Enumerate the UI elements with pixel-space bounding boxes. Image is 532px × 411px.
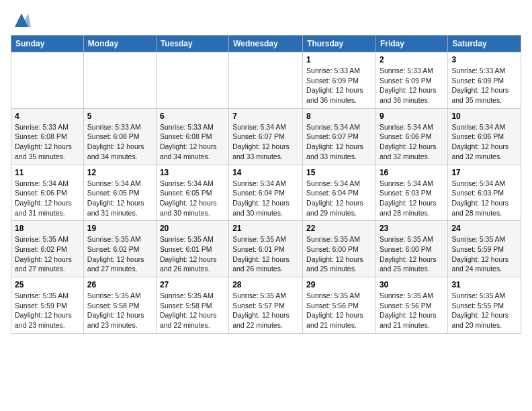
day-info: Sunrise: 5:34 AM Sunset: 6:05 PM Dayligh… [87,179,152,218]
calendar-cell: 18Sunrise: 5:35 AM Sunset: 6:02 PM Dayli… [11,221,84,277]
day-number: 28 [232,280,299,289]
day-number: 9 [380,111,444,121]
day-number: 19 [87,224,152,233]
calendar-cell: 16Sunrise: 5:34 AM Sunset: 6:03 PM Dayli… [375,165,447,221]
day-number: 31 [451,280,517,289]
day-number: 10 [451,111,517,121]
calendar-week-row: 11Sunrise: 5:34 AM Sunset: 6:06 PM Dayli… [11,165,521,221]
day-info: Sunrise: 5:35 AM Sunset: 6:00 PM Dayligh… [306,234,372,274]
logo-icon [12,11,31,30]
day-info: Sunrise: 5:34 AM Sunset: 6:07 PM Dayligh… [232,122,299,162]
day-info: Sunrise: 5:33 AM Sunset: 6:09 PM Dayligh… [306,66,372,105]
day-number: 17 [451,168,517,177]
day-number: 27 [160,280,225,289]
logo [11,11,31,30]
day-number: 15 [306,168,372,177]
day-info: Sunrise: 5:35 AM Sunset: 5:55 PM Dayligh… [451,291,517,330]
day-info: Sunrise: 5:34 AM Sunset: 6:07 PM Dayligh… [306,122,372,162]
calendar-cell: 3Sunrise: 5:33 AM Sunset: 6:09 PM Daylig… [448,52,521,109]
weekday-header: Tuesday [156,36,228,52]
day-number: 23 [380,224,444,233]
day-number: 20 [160,224,225,233]
calendar-cell: 20Sunrise: 5:35 AM Sunset: 6:01 PM Dayli… [156,221,228,277]
day-number: 14 [232,168,299,177]
day-info: Sunrise: 5:34 AM Sunset: 6:04 PM Dayligh… [232,179,299,218]
calendar-cell: 12Sunrise: 5:34 AM Sunset: 6:05 PM Dayli… [83,165,156,221]
day-number: 13 [160,168,225,177]
calendar-cell: 21Sunrise: 5:35 AM Sunset: 6:01 PM Dayli… [229,221,303,277]
calendar-cell: 15Sunrise: 5:34 AM Sunset: 6:04 PM Dayli… [303,165,376,221]
calendar-week-row: 1Sunrise: 5:33 AM Sunset: 6:09 PM Daylig… [11,52,521,109]
day-info: Sunrise: 5:35 AM Sunset: 5:56 PM Dayligh… [306,291,372,330]
calendar-cell: 9Sunrise: 5:34 AM Sunset: 6:06 PM Daylig… [375,108,447,165]
calendar-week-row: 4Sunrise: 5:33 AM Sunset: 6:08 PM Daylig… [11,108,521,165]
day-info: Sunrise: 5:35 AM Sunset: 5:59 PM Dayligh… [15,291,80,330]
calendar-cell: 2Sunrise: 5:33 AM Sunset: 6:09 PM Daylig… [375,52,447,109]
day-number: 21 [232,224,299,233]
day-number: 26 [87,280,152,289]
day-info: Sunrise: 5:34 AM Sunset: 6:05 PM Dayligh… [160,179,225,218]
calendar-cell: 7Sunrise: 5:34 AM Sunset: 6:07 PM Daylig… [229,108,303,165]
calendar-cell: 8Sunrise: 5:34 AM Sunset: 6:07 PM Daylig… [303,108,376,165]
calendar-cell [83,52,156,109]
day-number: 1 [306,55,372,64]
day-number: 7 [232,111,299,121]
page-header [11,11,521,30]
weekday-header: Friday [375,36,447,52]
day-info: Sunrise: 5:35 AM Sunset: 5:58 PM Dayligh… [87,291,152,330]
calendar-cell: 29Sunrise: 5:35 AM Sunset: 5:56 PM Dayli… [303,277,376,334]
day-info: Sunrise: 5:34 AM Sunset: 6:03 PM Dayligh… [380,179,444,218]
day-number: 12 [87,168,152,177]
day-info: Sunrise: 5:34 AM Sunset: 6:04 PM Dayligh… [306,179,372,218]
calendar-cell: 27Sunrise: 5:35 AM Sunset: 5:58 PM Dayli… [156,277,228,334]
calendar-cell: 6Sunrise: 5:33 AM Sunset: 6:08 PM Daylig… [156,108,228,165]
weekday-header: Sunday [11,36,84,52]
day-info: Sunrise: 5:34 AM Sunset: 6:06 PM Dayligh… [451,122,517,162]
day-number: 8 [306,111,372,121]
calendar-week-row: 25Sunrise: 5:35 AM Sunset: 5:59 PM Dayli… [11,277,521,334]
day-number: 11 [15,168,80,177]
day-number: 22 [306,224,372,233]
day-number: 6 [160,111,225,121]
day-info: Sunrise: 5:35 AM Sunset: 6:01 PM Dayligh… [160,234,225,274]
day-info: Sunrise: 5:33 AM Sunset: 6:08 PM Dayligh… [15,122,80,162]
calendar-cell: 25Sunrise: 5:35 AM Sunset: 5:59 PM Dayli… [11,277,84,334]
day-number: 25 [15,280,80,289]
calendar-cell: 10Sunrise: 5:34 AM Sunset: 6:06 PM Dayli… [448,108,521,165]
day-info: Sunrise: 5:35 AM Sunset: 5:57 PM Dayligh… [232,291,299,330]
day-number: 18 [15,224,80,233]
day-info: Sunrise: 5:35 AM Sunset: 5:56 PM Dayligh… [380,291,444,330]
calendar-cell [156,52,228,109]
day-number: 29 [306,280,372,289]
calendar-cell [11,52,84,109]
day-info: Sunrise: 5:33 AM Sunset: 6:09 PM Dayligh… [451,66,517,105]
day-info: Sunrise: 5:35 AM Sunset: 6:02 PM Dayligh… [15,234,80,274]
weekday-header: Monday [83,36,156,52]
day-number: 30 [380,280,444,289]
calendar-cell: 28Sunrise: 5:35 AM Sunset: 5:57 PM Dayli… [229,277,303,334]
calendar-table: SundayMondayTuesdayWednesdayThursdayFrid… [11,35,521,334]
calendar-cell: 1Sunrise: 5:33 AM Sunset: 6:09 PM Daylig… [303,52,376,109]
calendar-header-row: SundayMondayTuesdayWednesdayThursdayFrid… [11,36,521,52]
day-number: 16 [380,168,444,177]
calendar-cell: 23Sunrise: 5:35 AM Sunset: 6:00 PM Dayli… [375,221,447,277]
calendar-cell: 19Sunrise: 5:35 AM Sunset: 6:02 PM Dayli… [83,221,156,277]
calendar-cell: 17Sunrise: 5:34 AM Sunset: 6:03 PM Dayli… [448,165,521,221]
calendar-cell: 22Sunrise: 5:35 AM Sunset: 6:00 PM Dayli… [303,221,376,277]
day-info: Sunrise: 5:35 AM Sunset: 6:00 PM Dayligh… [380,234,444,274]
calendar-cell: 13Sunrise: 5:34 AM Sunset: 6:05 PM Dayli… [156,165,228,221]
day-info: Sunrise: 5:35 AM Sunset: 6:01 PM Dayligh… [232,234,299,274]
day-number: 3 [451,55,517,64]
weekday-header: Saturday [448,36,521,52]
day-info: Sunrise: 5:35 AM Sunset: 5:59 PM Dayligh… [451,234,517,274]
calendar-week-row: 18Sunrise: 5:35 AM Sunset: 6:02 PM Dayli… [11,221,521,277]
calendar-cell [229,52,303,109]
day-info: Sunrise: 5:34 AM Sunset: 6:03 PM Dayligh… [451,179,517,218]
calendar-cell: 31Sunrise: 5:35 AM Sunset: 5:55 PM Dayli… [448,277,521,334]
day-number: 5 [87,111,152,121]
calendar-cell: 24Sunrise: 5:35 AM Sunset: 5:59 PM Dayli… [448,221,521,277]
calendar-cell: 30Sunrise: 5:35 AM Sunset: 5:56 PM Dayli… [375,277,447,334]
calendar-cell: 11Sunrise: 5:34 AM Sunset: 6:06 PM Dayli… [11,165,84,221]
day-info: Sunrise: 5:34 AM Sunset: 6:06 PM Dayligh… [15,179,80,218]
weekday-header: Wednesday [229,36,303,52]
